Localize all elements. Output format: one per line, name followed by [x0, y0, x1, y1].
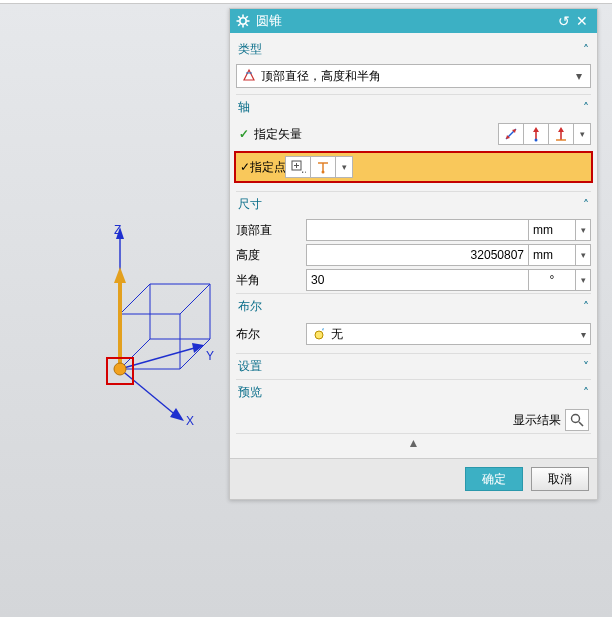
- gear-icon: [236, 14, 250, 28]
- none-icon: [311, 327, 329, 341]
- collapse-toggle[interactable]: ▲: [236, 433, 591, 452]
- cone-dialog: 圆锥 ↺ ✕ 类型 ˄ 顶部直径，高度和半角 ▾ 轴 ˄: [229, 8, 598, 500]
- svg-line-21: [238, 24, 240, 26]
- height-menu[interactable]: ▾: [575, 244, 591, 266]
- half-angle-unit[interactable]: °: [528, 269, 576, 291]
- half-angle-input[interactable]: 30: [306, 269, 529, 291]
- chevron-up-icon: ˄: [583, 300, 589, 314]
- half-angle-menu[interactable]: ▾: [575, 269, 591, 291]
- vector-pick-button[interactable]: [523, 123, 549, 145]
- boolean-field-label: 布尔: [236, 326, 306, 343]
- point-menu-button[interactable]: ▾: [335, 156, 353, 178]
- svg-marker-28: [533, 127, 539, 132]
- chevron-up-icon: ˄: [583, 386, 589, 400]
- viewport-3d[interactable]: Z Y X 软件自学网 WWW.RJZXW.COM 圆锥 ↺ ✕ 类型 ˄: [0, 4, 612, 617]
- specify-point-label: 指定点: [250, 159, 286, 176]
- svg-marker-11: [114, 267, 126, 283]
- chevron-down-icon: ▾: [580, 129, 585, 139]
- svg-point-42: [572, 415, 580, 423]
- axis-label-z: Z: [114, 223, 121, 237]
- dialog-title: 圆锥: [256, 12, 555, 30]
- section-settings[interactable]: 设置 ˅: [236, 353, 591, 379]
- vector-menu-button[interactable]: ▾: [573, 123, 591, 145]
- boolean-dropdown[interactable]: 无 ▾: [306, 323, 591, 345]
- vector-reverse-button[interactable]: [498, 123, 524, 145]
- height-row: 高度 32050807 mm ▾: [236, 243, 591, 267]
- section-preview[interactable]: 预览 ˄: [236, 379, 591, 405]
- cancel-button[interactable]: 取消: [531, 467, 589, 491]
- height-unit[interactable]: mm: [528, 244, 576, 266]
- top-diameter-menu[interactable]: ▾: [575, 219, 591, 241]
- chevron-down-icon: ▾: [581, 250, 586, 260]
- chevron-up-icon: ˄: [583, 198, 589, 212]
- chevron-down-icon: ▾: [581, 275, 586, 285]
- specify-vector-row: ✓ 指定矢量 ▾: [236, 121, 591, 147]
- specify-point-highlight: ✓ 指定点 .. ▾: [234, 151, 593, 183]
- point-inferred-button[interactable]: [310, 156, 336, 178]
- show-result-label: 显示结果: [513, 412, 561, 429]
- axis-label-y: Y: [206, 349, 214, 363]
- chevron-down-icon: ▾: [342, 162, 347, 172]
- chevron-down-icon: ▾: [572, 69, 586, 83]
- svg-line-19: [246, 24, 248, 26]
- scene-gizmo: [70, 219, 250, 419]
- svg-marker-41: [322, 328, 324, 331]
- chevron-down-icon: ▾: [581, 329, 586, 340]
- section-boolean[interactable]: 布尔 ˄: [236, 293, 591, 319]
- svg-text:..: ..: [301, 162, 306, 175]
- point-dialog-button[interactable]: ..: [285, 156, 311, 178]
- section-size[interactable]: 尺寸 ˄: [236, 191, 591, 217]
- svg-point-29: [535, 139, 538, 142]
- svg-marker-22: [244, 70, 254, 80]
- show-result-button[interactable]: [565, 409, 589, 431]
- ok-button[interactable]: 确定: [465, 467, 523, 491]
- svg-point-39: [322, 171, 325, 174]
- vector-axis-button[interactable]: [548, 123, 574, 145]
- chevron-up-icon: ˄: [583, 43, 589, 57]
- type-dropdown[interactable]: 顶部直径，高度和半角 ▾: [236, 64, 591, 88]
- chevron-down-icon: ▾: [581, 225, 586, 235]
- close-button[interactable]: ✕: [573, 13, 591, 29]
- reset-button[interactable]: ↺: [555, 13, 573, 29]
- svg-line-18: [238, 16, 240, 18]
- top-diameter-input[interactable]: [306, 219, 529, 241]
- svg-marker-9: [170, 408, 184, 421]
- chevron-down-icon: ˅: [583, 360, 589, 374]
- svg-point-13: [240, 18, 246, 24]
- checkmark-icon: ✓: [236, 127, 252, 141]
- svg-line-43: [579, 422, 583, 426]
- origin-highlight-marker: [106, 357, 134, 385]
- cone-type-icon: [241, 68, 257, 85]
- half-angle-row: 半角 30 ° ▾: [236, 268, 591, 292]
- section-type[interactable]: 类型 ˄: [236, 37, 591, 62]
- section-axis[interactable]: 轴 ˄: [236, 94, 591, 120]
- svg-line-20: [246, 16, 248, 18]
- svg-marker-31: [558, 127, 564, 132]
- dialog-footer: 确定 取消: [230, 458, 597, 499]
- height-input[interactable]: 32050807: [306, 244, 529, 266]
- top-diameter-unit[interactable]: mm: [528, 219, 576, 241]
- checkmark-icon: ✓: [240, 160, 250, 174]
- top-diameter-row: 顶部直 mm ▾: [236, 218, 591, 242]
- axis-label-x: X: [186, 414, 194, 428]
- dialog-titlebar[interactable]: 圆锥 ↺ ✕: [230, 9, 597, 33]
- svg-point-40: [315, 331, 323, 339]
- chevron-up-icon: ˄: [583, 101, 589, 115]
